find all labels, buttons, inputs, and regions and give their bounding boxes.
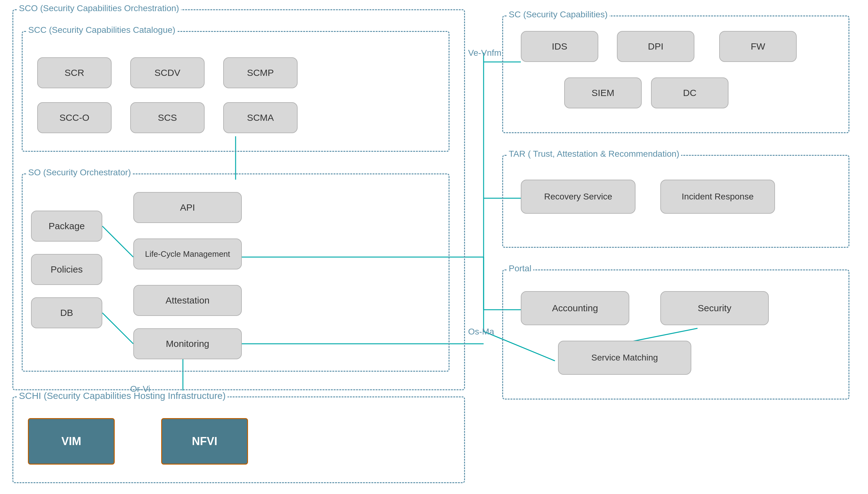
siem-box: SIEM [564, 77, 642, 108]
dc-box: DC [651, 77, 728, 108]
sco-label: SCO (Security Capabilities Orchestration… [17, 3, 181, 13]
package-box: Package [31, 211, 102, 242]
security-box: Security [660, 291, 769, 325]
nfvi-box: NFVI [161, 418, 248, 464]
policies-box: Policies [31, 254, 102, 285]
lcm-box: Life-Cycle Management [133, 239, 242, 269]
scmp-box: SCMP [223, 57, 297, 88]
db-box: DB [31, 297, 102, 328]
portal-label: Portal [507, 264, 533, 273]
attestation-box: Attestation [133, 285, 242, 316]
scs-box: SCS [130, 102, 204, 133]
scma-box: SCMA [223, 102, 297, 133]
scc-label: SCC (Security Capabilities Catalogue) [26, 25, 177, 35]
tar-label: TAR ( Trust, Attestation & Recommendatio… [507, 149, 681, 159]
scr-box: SCR [37, 57, 112, 88]
scc-box: SCC (Security Capabilities Catalogue) [22, 31, 450, 152]
sc-label: SC (Security Capabilities) [507, 10, 610, 20]
diagram: SCO (Security Capabilities Orchestration… [0, 0, 868, 494]
incident-box: Incident Response [660, 179, 775, 214]
schi-label: SCHI (Security Capabilities Hosting Infr… [17, 391, 228, 401]
recovery-box: Recovery Service [521, 179, 635, 214]
portal-box: Portal [502, 269, 849, 400]
vim-box: VIM [28, 418, 115, 464]
ve-vnfm-label: Ve-Vnfm [468, 48, 501, 58]
monitoring-box: Monitoring [133, 328, 242, 359]
scdv-box: SCDV [130, 57, 204, 88]
service-matching-box: Service Matching [558, 341, 691, 375]
accounting-box: Accounting [521, 291, 629, 325]
or-vi-label: Or-Vi [130, 384, 150, 394]
ids-box: IDS [521, 31, 598, 62]
scco-box: SCC-O [37, 102, 112, 133]
api-box: API [133, 192, 242, 223]
os-ma-label: Os-Ma [468, 327, 494, 337]
so-label: SO (Security Orchestrator) [26, 168, 133, 177]
fw-box: FW [719, 31, 797, 62]
dpi-box: DPI [617, 31, 694, 62]
